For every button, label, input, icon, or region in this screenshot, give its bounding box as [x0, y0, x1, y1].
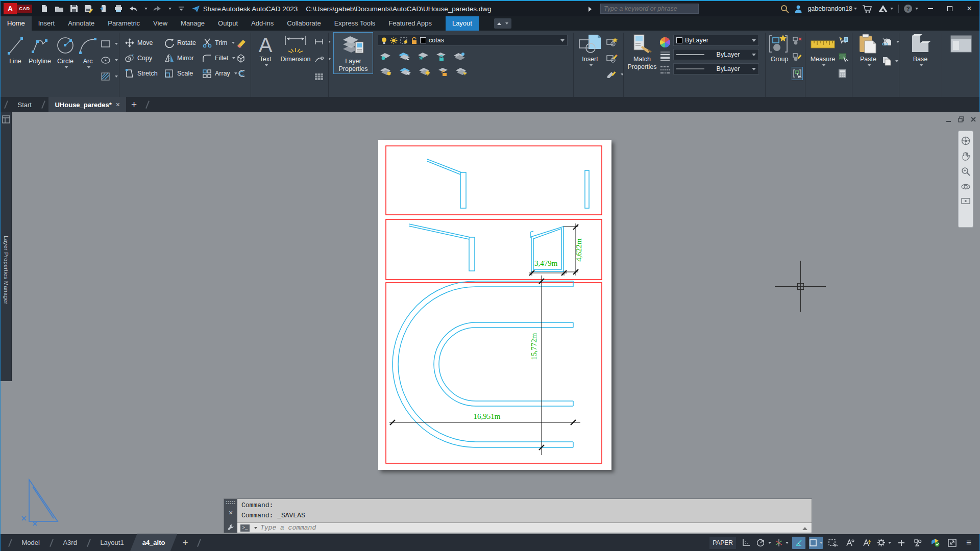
layer-color-swatch[interactable]	[420, 37, 426, 43]
view-interface-button[interactable]	[948, 34, 974, 55]
graphics-performance-button[interactable]	[928, 537, 942, 549]
layout-tab-layout1[interactable]: Layout1	[94, 534, 130, 551]
hatch-tool-button[interactable]	[101, 70, 118, 83]
grip-dots-icon[interactable]: ••••••••••	[226, 500, 235, 505]
linetype-icon[interactable]	[659, 65, 671, 76]
annotation-visibility-button[interactable]	[843, 537, 856, 549]
grid-display-button[interactable]	[740, 537, 753, 549]
autocad-logo-icon[interactable]: A	[4, 3, 17, 14]
group-selection-toggle[interactable]	[792, 67, 802, 80]
ribbon-tab-insert[interactable]: Insert	[32, 16, 62, 31]
paper-space-button[interactable]: PAPER	[709, 537, 736, 549]
erase-button[interactable]	[236, 37, 247, 49]
new-drawing-tab-button[interactable]: +	[126, 99, 142, 110]
layer-unlock-icon[interactable]	[411, 37, 418, 44]
command-input-row[interactable]: >_ Type a command	[237, 523, 812, 533]
search-box[interactable]	[600, 4, 699, 14]
save-as-icon[interactable]	[84, 4, 94, 14]
base-dropdown-icon[interactable]	[919, 64, 923, 66]
command-line[interactable]: Command: Command: _SAVEAS >_ Type a comm…	[237, 499, 812, 533]
group-edit-button[interactable]	[792, 51, 802, 63]
table-button[interactable]	[314, 70, 324, 83]
object-snap-button[interactable]	[809, 537, 823, 549]
new-file-icon[interactable]	[39, 4, 50, 14]
clean-screen-button[interactable]	[945, 537, 959, 549]
array-button[interactable]: Array	[202, 67, 237, 80]
measure-dropdown-icon[interactable]	[822, 64, 826, 66]
polar-dropdown-icon[interactable]	[768, 542, 771, 544]
match-properties-button[interactable]: Match Properties	[626, 34, 658, 70]
ribbon-tab-featured-apps[interactable]: Featured Apps	[382, 16, 438, 31]
cut-button[interactable]	[882, 36, 899, 48]
doc-restore-icon[interactable]	[958, 116, 964, 122]
fillet-button[interactable]: Fillet	[202, 52, 235, 64]
layer-off-icon[interactable]	[380, 52, 391, 61]
base-button[interactable]: Base	[908, 34, 933, 66]
isodraft-dropdown-icon[interactable]	[786, 542, 789, 544]
redo-icon[interactable]	[152, 4, 162, 14]
undo-icon[interactable]	[128, 4, 138, 14]
layer-unlock2-icon[interactable]	[438, 67, 448, 76]
copy-clip-button[interactable]	[882, 55, 898, 67]
doc-minimize-icon[interactable]	[946, 116, 952, 122]
workspace-dropdown-icon[interactable]	[888, 542, 891, 544]
minimize-button[interactable]	[923, 3, 938, 14]
search-input[interactable]	[604, 5, 695, 12]
ungroup-button[interactable]	[792, 35, 802, 47]
file-tab-start[interactable]: Start	[12, 97, 38, 112]
help-menu[interactable]: ?	[904, 5, 918, 13]
cart-icon[interactable]	[862, 5, 872, 13]
showmotion-icon[interactable]	[961, 197, 970, 205]
insert-button[interactable]: Insert	[577, 34, 603, 66]
text-dropdown-icon[interactable]	[264, 64, 268, 66]
annotation-monitor-button[interactable]	[895, 537, 908, 549]
pan-hand-icon[interactable]	[961, 152, 970, 161]
linetype-dropdown[interactable]: ByLayer	[673, 63, 759, 74]
layer-on-bulb-icon[interactable]	[381, 37, 387, 44]
ribbon-tab-layout[interactable]: Layout	[446, 16, 479, 31]
autodesk-menu[interactable]	[877, 5, 893, 13]
close-button[interactable]: ×	[962, 3, 976, 14]
zoom-icon[interactable]	[961, 167, 970, 176]
rotate-button[interactable]: Rotate	[164, 37, 196, 49]
select-similar-button[interactable]	[838, 51, 848, 63]
customize-qat-icon[interactable]	[176, 4, 186, 14]
circle-dropdown-icon[interactable]	[64, 66, 68, 68]
layer-make-current-icon[interactable]	[380, 67, 392, 76]
fillet-dropdown-icon[interactable]	[232, 57, 235, 59]
trim-dropdown-icon[interactable]	[232, 42, 235, 44]
ribbon-tab-addins[interactable]: Add-ins	[244, 16, 280, 31]
create-block-button[interactable]	[606, 36, 618, 48]
layer-properties-button[interactable]: Layer Properties	[334, 33, 373, 73]
layer-freeze-icon[interactable]	[418, 52, 429, 61]
layout-paper-sheet[interactable]: 3,479m 4,622m	[378, 140, 611, 470]
viewport-top[interactable]	[386, 146, 602, 215]
open-folder-icon[interactable]	[54, 4, 64, 14]
ribbon-tab-home[interactable]: Home	[1, 16, 32, 31]
quick-select-button[interactable]	[838, 35, 848, 47]
ribbon-tab-annotate[interactable]: Annotate	[61, 16, 101, 31]
offset-button[interactable]	[236, 67, 246, 80]
plot-icon[interactable]	[113, 4, 124, 14]
file-tab-active-document[interactable]: UHouse_paredes* ×	[48, 97, 126, 112]
layer-vp-freeze-icon[interactable]	[400, 37, 408, 44]
command-input-placeholder[interactable]: Type a command	[260, 524, 316, 532]
drawing-area[interactable]: Layer Properties Manager	[1, 112, 980, 534]
paste-dropdown-icon[interactable]	[867, 64, 871, 66]
undo-dropdown-icon[interactable]	[144, 8, 148, 10]
paste-button[interactable]: Paste	[856, 34, 880, 66]
text-button[interactable]: A Text	[255, 34, 276, 66]
mirror-button[interactable]: Mirror	[164, 52, 194, 64]
new-layout-button[interactable]: +	[177, 537, 193, 548]
lineweight-dropdown[interactable]: ByLayer	[673, 49, 759, 60]
file-tab-close-icon[interactable]: ×	[116, 101, 120, 109]
command-close-icon[interactable]: ×	[229, 509, 233, 517]
isodraft-button[interactable]	[775, 537, 789, 549]
dimension-button[interactable]: Dimension	[278, 34, 313, 63]
ellipse-tool-button[interactable]	[101, 54, 118, 66]
layout-tab-a3rd[interactable]: A3rd	[57, 534, 83, 551]
selection-cycling-button[interactable]	[826, 537, 840, 549]
command-wrench-icon[interactable]	[227, 523, 234, 531]
viewport-plan[interactable]	[386, 283, 602, 463]
open-web-mobile-icon[interactable]	[99, 4, 109, 14]
